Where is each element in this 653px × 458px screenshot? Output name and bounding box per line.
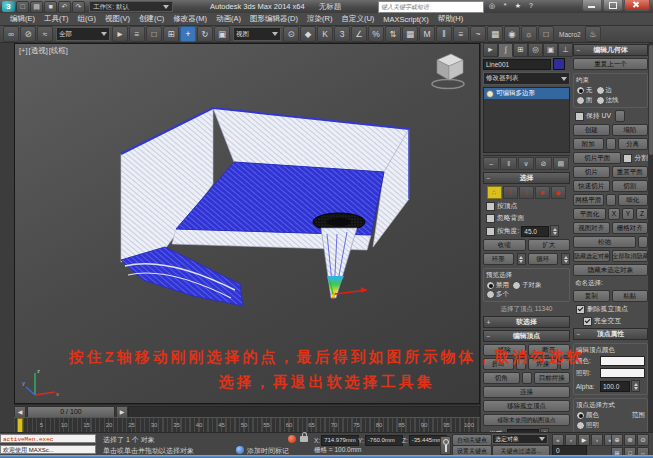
selection-lock-icon[interactable] — [300, 436, 308, 442]
weld-button[interactable]: 焊接 — [528, 358, 559, 370]
preview-off-radio[interactable]: 禁用 — [486, 281, 509, 290]
coordinate-x[interactable]: X:714.979mm — [314, 435, 359, 446]
menu-create[interactable]: 创建(C) — [139, 14, 164, 24]
polygon-subobject-icon[interactable]: ■ — [535, 186, 550, 199]
weight-field[interactable]: 1.0 — [507, 429, 539, 433]
delete-isolated-vertices-checkbox[interactable]: 删除孤立顶点 — [576, 304, 648, 314]
constraint-face-radio[interactable]: 面 — [576, 96, 593, 105]
time-tag-icon[interactable] — [236, 446, 244, 454]
menu-customize[interactable]: 自定义(U) — [341, 14, 374, 24]
snap-toggle-icon[interactable]: 3 — [334, 26, 350, 42]
rendered-frame-icon[interactable]: □ — [538, 26, 554, 42]
hide-unselected-button[interactable]: 隐藏未选定对象 — [573, 264, 648, 276]
zoom-extents-icon[interactable]: ⊙ — [637, 434, 649, 446]
detach-button[interactable]: 分离 — [618, 138, 649, 150]
constraint-edge-radio[interactable]: 边 — [596, 86, 613, 95]
panel-scrollbar[interactable] — [648, 43, 653, 432]
next-frame-arrow[interactable]: ▶ — [116, 406, 128, 418]
tab-modify[interactable]: ∫ — [498, 43, 513, 57]
menu-rendering[interactable]: 渲染(R) — [307, 14, 332, 24]
alpha-field[interactable]: 100.0 — [600, 381, 630, 392]
time-slider-handle[interactable]: 0 / 100 — [27, 406, 115, 418]
viewport-menu-shading[interactable]: [线框] — [49, 46, 68, 55]
tab-display[interactable]: ▣ — [543, 43, 558, 57]
reference-coordinate-dropdown[interactable]: 视图 — [233, 27, 281, 41]
slice-button[interactable]: 切片 — [573, 166, 610, 178]
slice-plane-button[interactable]: 切片平面 — [573, 152, 621, 164]
alpha-spin[interactable] — [631, 380, 640, 392]
selection-filter-dropdown[interactable]: 全部 — [56, 27, 110, 41]
extrude-settings-icon[interactable] — [516, 358, 526, 370]
create-button[interactable]: 创建 — [573, 124, 610, 136]
save-file-icon[interactable]: ■ — [44, 1, 57, 13]
edit-geometry-rollout-header[interactable]: −编辑几何体 — [573, 44, 648, 56]
vertex-color-swatch[interactable] — [600, 356, 645, 366]
infocenter-search[interactable] — [378, 1, 484, 13]
tab-create[interactable]: ► — [483, 43, 498, 57]
preserve-uv-settings-icon[interactable] — [615, 110, 625, 122]
angle-spinner[interactable] — [550, 225, 559, 237]
search-icon[interactable]: ◎ — [486, 1, 498, 11]
vertex-illumination-swatch[interactable] — [600, 368, 645, 378]
undo-icon[interactable]: ↶ — [58, 1, 71, 13]
mirror-icon[interactable]: M — [419, 26, 435, 42]
unhide-all-button[interactable]: 全部取消隐藏 — [612, 250, 649, 262]
weight-spinner[interactable] — [540, 428, 549, 432]
set-keys-key-icon[interactable] — [440, 436, 451, 455]
preview-multi-radio[interactable]: 多个 — [486, 290, 509, 299]
break-button[interactable]: 断开 — [528, 344, 571, 356]
search-input[interactable] — [379, 3, 483, 11]
select-and-scale-icon[interactable]: ▣ — [214, 26, 230, 42]
menu-views[interactable]: 视图(V) — [105, 14, 130, 24]
redo-icon[interactable]: ↷ — [72, 1, 85, 13]
use-pivot-center-icon[interactable]: ⊙ — [283, 26, 299, 42]
show-end-result-icon[interactable]: ‖ — [500, 157, 516, 170]
next-key-button[interactable]: › — [591, 434, 603, 446]
make-planar-button[interactable]: 平面化 — [573, 208, 606, 220]
menu-modifiers[interactable]: 修改器(M) — [173, 14, 207, 24]
select-by-illum-radio[interactable]: 照明 — [576, 421, 642, 430]
reset-plane-button[interactable]: 重置平面 — [612, 166, 649, 178]
ignore-backfacing-checkbox[interactable]: 忽略背面 — [486, 213, 570, 223]
select-and-link-icon[interactable]: ∞ — [3, 26, 19, 42]
paste-button[interactable]: 粘贴 — [612, 290, 649, 302]
menu-tools[interactable]: 工具(T) — [44, 14, 69, 24]
select-by-name-icon[interactable]: ≡ — [129, 26, 145, 42]
open-file-icon[interactable]: ▤ — [30, 1, 43, 13]
full-interactivity-checkbox[interactable]: 完全交互 — [583, 316, 648, 326]
favorites-icon[interactable]: ★ — [512, 1, 524, 11]
zoom-all-icon[interactable]: ⊛ — [624, 434, 636, 446]
curve-editor-icon[interactable]: ~ — [470, 26, 486, 42]
align-icon[interactable]: ‖ — [436, 26, 452, 42]
remove-modifier-icon[interactable]: ⊘ — [535, 157, 551, 170]
perspective-viewport[interactable]: [+][透视][线框] z x y — [14, 43, 480, 404]
soft-selection-rollout-header[interactable]: +软选择 — [483, 316, 570, 328]
remove-button[interactable]: 移除 — [483, 344, 526, 356]
modifier-list-dropdown[interactable]: 修改器列表 — [483, 72, 570, 85]
preview-subobj-radio[interactable]: 子对象 — [512, 281, 542, 290]
taskbar-popup-2[interactable]: 欢迎使用 MAXSc... — [0, 445, 96, 454]
menu-help[interactable]: 帮助(H) — [438, 14, 463, 24]
schematic-view-icon[interactable]: ▦ — [487, 26, 503, 42]
new-file-icon[interactable]: □ — [16, 1, 29, 13]
close-button[interactable] — [624, 0, 650, 11]
viewport-menu-general[interactable]: [+] — [19, 46, 28, 55]
planar-y-button[interactable]: Y — [622, 208, 634, 220]
ring-button[interactable]: 环形 — [483, 253, 514, 265]
layer-manager-icon[interactable]: ≡ — [453, 26, 469, 42]
bind-to-space-warp-icon[interactable]: ≈ — [37, 26, 53, 42]
target-weld-button[interactable]: 目标焊接 — [534, 372, 571, 384]
attach-settings-icon[interactable] — [606, 138, 616, 150]
split-checkbox[interactable]: 分割 — [623, 152, 648, 164]
pin-stack-icon[interactable]: – — [483, 157, 499, 170]
make-unique-icon[interactable]: ∨ — [518, 157, 534, 170]
render-setup-icon[interactable]: ☼ — [521, 26, 537, 42]
previous-frame-arrow[interactable]: ◀ — [14, 406, 26, 418]
cut-button[interactable]: 切割 — [612, 180, 649, 192]
taskbar-popup-1[interactable]: activeMen.exec — [0, 434, 96, 443]
edit-vertices-rollout-header[interactable]: −编辑顶点 — [483, 330, 570, 342]
planar-z-button[interactable]: Z — [636, 208, 648, 220]
extrude-button[interactable]: 挤出 — [483, 358, 514, 370]
angle-snap-icon[interactable]: ∠ — [351, 26, 367, 42]
isolate-selection-icon[interactable] — [288, 435, 296, 443]
